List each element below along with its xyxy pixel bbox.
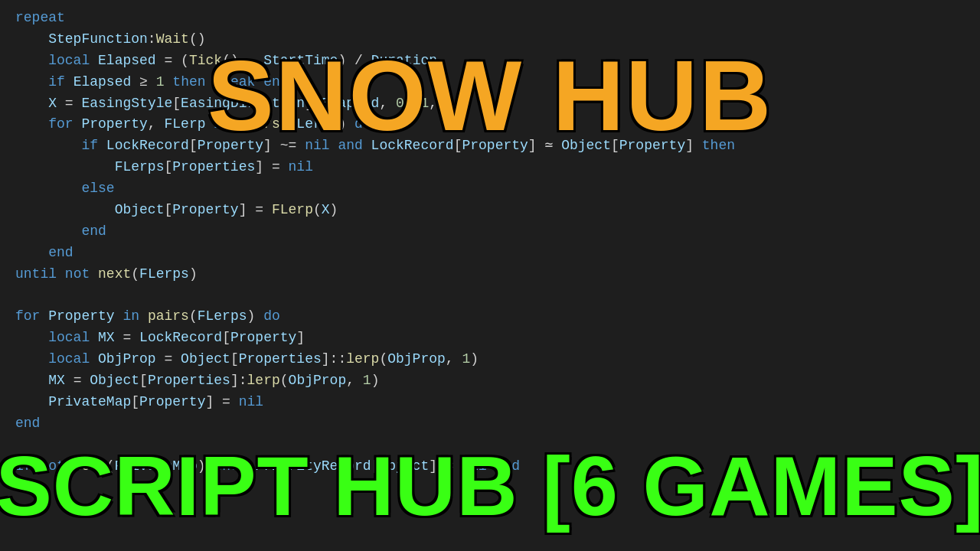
code-line-17: local ObjProp = Object[Properties]::lerp…	[15, 349, 965, 370]
code-line-16: local MX = LockRecord[Property]	[15, 328, 965, 349]
code-line-15: for Property in pairs(FLerps) do	[15, 306, 965, 328]
bottom-title-overlay: SCRIPT HUB [6 GAMES]	[0, 444, 980, 528]
code-line-14	[15, 285, 965, 307]
code-line-18: MX = Object[Properties]:lerp(ObjProp, 1)	[15, 370, 965, 392]
code-line-10: Object[Property] = FLerp(X)	[15, 200, 965, 221]
code-line-19: PrivateMap[Property] = nil	[15, 392, 965, 413]
code-line-1: repeat	[15, 8, 965, 29]
code-line-12: end	[15, 243, 965, 264]
code-line-9: else	[15, 178, 965, 200]
code-line-20: end	[15, 413, 965, 435]
top-title-overlay: SNOW HUB	[207, 46, 773, 145]
code-line-13: until not next(FLerps)	[15, 264, 965, 285]
code-line-11: end	[15, 221, 965, 243]
code-line-8: FLerps[Properties] = nil	[15, 157, 965, 178]
